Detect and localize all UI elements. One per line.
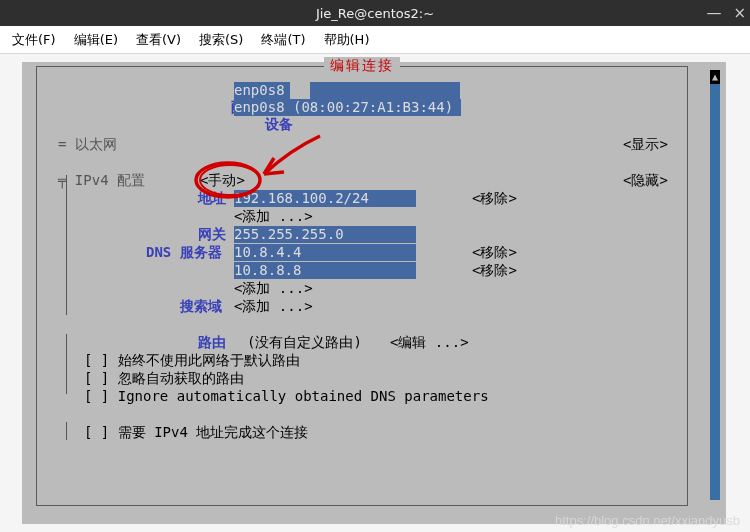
menu-terminal[interactable]: 终端(T) <box>253 27 313 53</box>
dialog-title: 编辑连接 <box>324 57 400 74</box>
dns-value-1[interactable]: 10.8.4.4 <box>234 244 416 261</box>
hide-button[interactable]: <隐藏> <box>623 172 668 189</box>
search-domain-add[interactable]: <添加 ...> <box>234 298 313 315</box>
no-custom-routes: (没有自定义路由) <box>247 334 362 351</box>
menu-file[interactable]: 文件(F) <box>4 27 64 53</box>
menubar: 文件(F) 编辑(E) 查看(V) 搜索(S) 终端(T) 帮助(H) <box>0 26 750 54</box>
config-name-pad[interactable] <box>310 82 460 99</box>
scrollbar[interactable] <box>710 70 720 500</box>
address-remove[interactable]: <移除> <box>472 190 517 207</box>
minimize-button[interactable]: — <box>706 4 721 22</box>
label-gateway: 网关 <box>198 226 226 243</box>
label-search-domain: 搜索域 <box>180 298 222 315</box>
device-value[interactable]: enp0s8 (08:00:27:A1:B3:44) <box>234 99 461 116</box>
dns1-remove[interactable]: <移除> <box>472 244 517 261</box>
tree-line-2 <box>66 334 67 394</box>
address-add[interactable]: <添加 ...> <box>234 208 313 225</box>
tree-line-3 <box>66 422 67 440</box>
tree-line <box>66 175 67 315</box>
window-title: Jie_Re@centos2:~ <box>316 6 434 21</box>
ipv4-section[interactable]: ╤ IPv4 配置 <box>58 172 145 189</box>
label-address: 地址 <box>198 190 226 207</box>
config-name-value[interactable]: enp0s8 <box>234 82 290 99</box>
window-titlebar: Jie_Re@centos2:~ — × <box>0 0 750 26</box>
show-button[interactable]: <显示> <box>623 136 668 153</box>
dns-value-2[interactable]: 10.8.8.8 <box>234 262 416 279</box>
ipv4-method[interactable]: <手动> <box>200 172 245 189</box>
scroll-up-arrow[interactable]: ▲ <box>710 70 720 84</box>
ethernet-section[interactable]: = 以太网 <box>58 136 117 153</box>
dns-add[interactable]: <添加 ...> <box>234 280 313 297</box>
opt-require-ipv4[interactable]: [ ] 需要 IPv4 地址完成这个连接 <box>84 424 308 441</box>
menu-edit[interactable]: 编辑(E) <box>66 27 126 53</box>
terminal-area: 编辑连接 ▲ 配置名称 enp0s8 设备 enp0s8 (08:00:27:A… <box>0 54 750 532</box>
label-routes: 路由 <box>198 334 226 351</box>
terminal-viewport: 编辑连接 ▲ 配置名称 enp0s8 设备 enp0s8 (08:00:27:A… <box>22 62 726 524</box>
opt-no-default-route[interactable]: [ ] 始终不使用此网络于默认路由 <box>84 352 300 369</box>
dns2-remove[interactable]: <移除> <box>472 262 517 279</box>
opt-ignore-auto-routes[interactable]: [ ] 忽略自动获取的路由 <box>84 370 244 387</box>
label-dns: DNS 服务器 <box>146 244 222 261</box>
label-device: 设备 <box>265 116 293 132</box>
edit-routes-button[interactable]: <编辑 ...> <box>390 334 469 351</box>
close-button[interactable]: × <box>733 4 746 22</box>
menu-view[interactable]: 查看(V) <box>128 27 189 53</box>
gateway-value[interactable]: 255.255.255.0 <box>234 226 416 243</box>
menu-help[interactable]: 帮助(H) <box>316 27 378 53</box>
menu-search[interactable]: 搜索(S) <box>191 27 251 53</box>
opt-ignore-auto-dns[interactable]: [ ] Ignore automatically obtained DNS pa… <box>84 388 489 405</box>
address-value[interactable]: 192.168.100.2/24 <box>234 190 416 207</box>
